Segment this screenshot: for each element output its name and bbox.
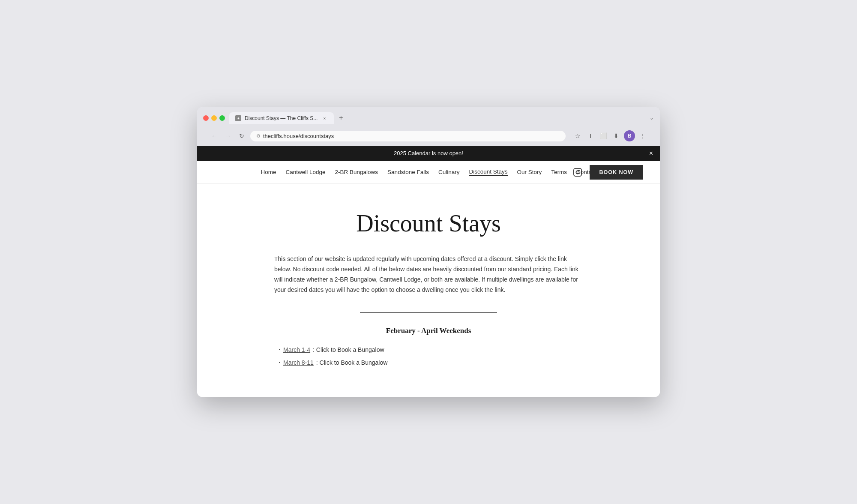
new-tab-button[interactable]: +: [335, 111, 347, 124]
tab-favicon: ✦: [235, 115, 241, 121]
reader-mode-button[interactable]: T̲: [585, 131, 596, 141]
nav-2br-bungalows[interactable]: 2-BR Bungalows: [335, 169, 378, 175]
booking-text-march-8-11: : Click to Book a Bungalow: [316, 359, 388, 366]
main-content-area: Discount Stays This section of our websi…: [197, 184, 660, 396]
announcement-close-button[interactable]: ×: [649, 150, 653, 157]
nav-right-actions: BOOK NOW: [572, 165, 643, 180]
menu-button[interactable]: ⋮: [638, 131, 648, 141]
nav-terms[interactable]: Terms: [551, 169, 567, 175]
section-divider: [360, 312, 497, 313]
profile-button[interactable]: B: [624, 130, 635, 141]
url-security-icon: ⚙: [256, 133, 261, 139]
nav-links: Home Cantwell Lodge 2-BR Bungalows Sands…: [261, 168, 596, 176]
booking-link-march-1-4[interactable]: March 1-4: [283, 346, 310, 353]
forward-button[interactable]: →: [223, 131, 233, 141]
website-content: 2025 Calendar is now open! × Home Cantwe…: [197, 146, 660, 396]
nav-sandstone-falls[interactable]: Sandstone Falls: [387, 169, 429, 175]
extensions-button[interactable]: ⬜: [598, 131, 608, 141]
nav-home[interactable]: Home: [261, 169, 276, 175]
nav-our-story[interactable]: Our Story: [517, 169, 542, 175]
section-heading: February - April Weekends: [214, 327, 643, 335]
book-now-button[interactable]: BOOK NOW: [590, 165, 643, 180]
site-navigation: Home Cantwell Lodge 2-BR Bungalows Sands…: [197, 161, 660, 184]
booking-item-march-1-4: March 1-4: Click to Book a Bungalow: [279, 345, 583, 353]
page-description: This section of our website is updated r…: [274, 254, 583, 295]
svg-point-1: [576, 171, 579, 174]
booking-link-march-8-11[interactable]: March 8-11: [283, 359, 314, 366]
address-bar: ← → ↻ ⚙ thecliffs.house/discountstays ☆ …: [203, 128, 654, 146]
tab-close-button[interactable]: ×: [321, 115, 328, 122]
booking-item-march-8-11: March 8-11: Click to Book a Bungalow: [279, 358, 583, 366]
browser-window: ✦ Discount Stays — The Cliffs S... × + ⌄…: [197, 107, 660, 396]
back-button[interactable]: ←: [209, 131, 219, 141]
url-bar[interactable]: ⚙ thecliffs.house/discountstays: [250, 131, 566, 141]
expand-button[interactable]: ⌄: [650, 115, 654, 121]
page-title: Discount Stays: [214, 210, 643, 237]
announcement-bar: 2025 Calendar is now open! ×: [197, 146, 660, 161]
download-button[interactable]: ⬇: [611, 131, 621, 141]
close-traffic-light[interactable]: [203, 115, 209, 121]
nav-culinary[interactable]: Culinary: [438, 169, 460, 175]
tab-title: Discount Stays — The Cliffs S...: [245, 115, 318, 121]
instagram-icon[interactable]: [572, 166, 584, 178]
refresh-button[interactable]: ↻: [237, 131, 247, 141]
svg-rect-0: [574, 168, 581, 176]
svg-point-2: [580, 170, 581, 171]
active-tab[interactable]: ✦ Discount Stays — The Cliffs S... ×: [229, 112, 334, 124]
url-text: thecliffs.house/discountstays: [263, 133, 334, 139]
browser-actions: ☆ T̲ ⬜ ⬇ B ⋮: [572, 130, 648, 141]
nav-cantwell-lodge[interactable]: Cantwell Lodge: [285, 169, 325, 175]
nav-discount-stays[interactable]: Discount Stays: [469, 168, 507, 176]
minimize-traffic-light[interactable]: [211, 115, 217, 121]
browser-chrome: ✦ Discount Stays — The Cliffs S... × + ⌄…: [197, 107, 660, 146]
traffic-lights: [203, 115, 225, 121]
bookmark-button[interactable]: ☆: [572, 131, 583, 141]
booking-list: March 1-4: Click to Book a Bungalow Marc…: [274, 345, 583, 366]
tab-bar: ✦ Discount Stays — The Cliffs S... × +: [229, 111, 645, 124]
maximize-traffic-light[interactable]: [219, 115, 225, 121]
booking-text-march-1-4: : Click to Book a Bungalow: [313, 346, 384, 353]
announcement-text: 2025 Calendar is now open!: [394, 150, 463, 156]
